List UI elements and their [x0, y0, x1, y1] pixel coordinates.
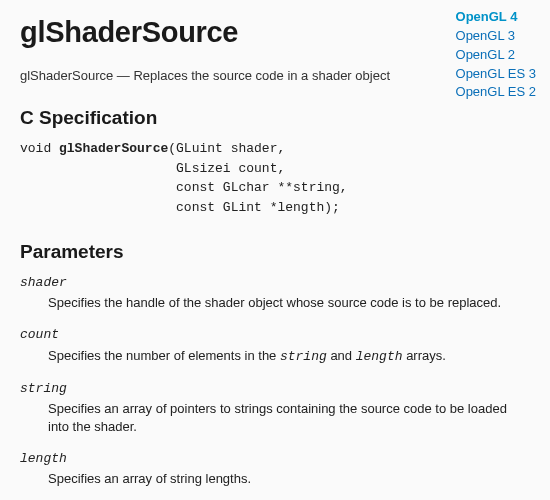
- text: Specifies an array of string lengths.: [48, 471, 251, 486]
- version-link-opengl-2[interactable]: OpenGL 2: [456, 46, 536, 65]
- param-name: string: [20, 380, 530, 398]
- text: arrays.: [403, 348, 446, 363]
- return-type: void: [20, 141, 59, 156]
- function-arg: GLsizei count,: [176, 161, 285, 176]
- c-specification-heading: C Specification: [20, 105, 530, 132]
- param-description: Specifies the handle of the shader objec…: [48, 294, 530, 312]
- function-signature: void glShaderSource(GLuint shader, GLsiz…: [20, 139, 530, 217]
- text: Specifies an array of pointers to string…: [48, 401, 507, 434]
- text: Specifies the handle of the shader objec…: [48, 295, 501, 310]
- function-arg: const GLint *length);: [176, 200, 340, 215]
- param-name: count: [20, 326, 530, 344]
- param-name: length: [20, 450, 530, 468]
- function-arg: const GLchar **string,: [176, 180, 348, 195]
- param-name: shader: [20, 274, 530, 292]
- parameters-list: shaderSpecifies the handle of the shader…: [20, 274, 530, 489]
- page-title: glShaderSource: [20, 12, 530, 53]
- version-link-opengl-4[interactable]: OpenGL 4: [456, 8, 536, 27]
- param-count: countSpecifies the number of elements in…: [20, 326, 530, 365]
- function-arg: GLuint shader,: [176, 141, 285, 156]
- param-shader: shaderSpecifies the handle of the shader…: [20, 274, 530, 312]
- inline-code: length: [356, 349, 403, 364]
- version-link-opengl-es-3[interactable]: OpenGL ES 3: [456, 65, 536, 84]
- text: and: [327, 348, 356, 363]
- param-description: Specifies an array of pointers to string…: [48, 400, 530, 436]
- text: Specifies the number of elements in the: [48, 348, 280, 363]
- param-length: lengthSpecifies an array of string lengt…: [20, 450, 530, 488]
- param-description: Specifies an array of string lengths.: [48, 470, 530, 488]
- function-name: glShaderSource: [59, 141, 168, 156]
- parameters-heading: Parameters: [20, 239, 530, 266]
- version-nav: OpenGL 4OpenGL 3OpenGL 2OpenGL ES 3OpenG…: [456, 8, 536, 102]
- inline-code: string: [280, 349, 327, 364]
- param-description: Specifies the number of elements in the …: [48, 347, 530, 366]
- param-string: stringSpecifies an array of pointers to …: [20, 380, 530, 437]
- version-link-opengl-3[interactable]: OpenGL 3: [456, 27, 536, 46]
- summary-line: glShaderSource — Replaces the source cod…: [20, 67, 530, 85]
- version-link-opengl-es-2[interactable]: OpenGL ES 2: [456, 83, 536, 102]
